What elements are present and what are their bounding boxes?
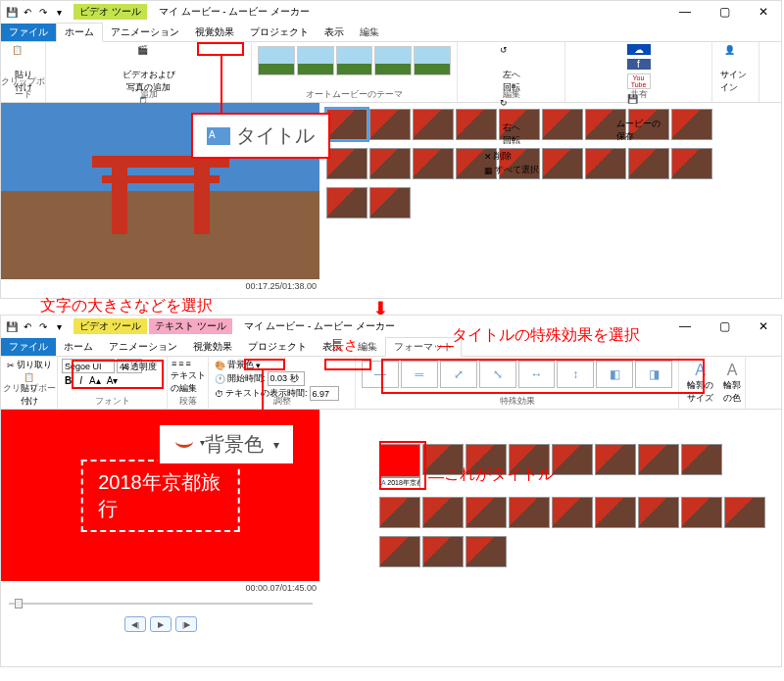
clip[interactable] [638,497,679,528]
tab-edit-context[interactable]: 編集 [352,24,387,41]
clip[interactable] [638,444,679,475]
clip[interactable] [542,109,583,140]
tab-home[interactable]: ホーム [56,338,101,356]
youtube-icon[interactable]: YouTube [627,73,651,89]
clip[interactable] [585,148,626,179]
effect-thumb[interactable]: ◧ [596,361,633,388]
title-text-box[interactable]: 2018年京都旅行 [80,460,240,532]
seek-thumb[interactable] [15,599,23,608]
tab-project[interactable]: プロジェクト [240,338,315,356]
qat-dropdown-icon[interactable]: ▾ [52,319,66,333]
seek-slider[interactable] [9,599,313,608]
cut-button[interactable]: ✂切り取り [5,359,53,371]
tab-file[interactable]: ファイル [1,24,56,41]
clip[interactable] [552,444,593,475]
clip[interactable] [552,497,593,528]
close-button[interactable]: ✕ [750,319,777,333]
outline-color-button[interactable]: A輪郭 の色 [719,361,745,406]
transparency-button[interactable]: A透明度 [121,361,163,373]
effect-thumb[interactable]: ⤢ [440,361,477,388]
theme-thumb[interactable] [258,46,295,75]
maximize-button[interactable]: ▢ [710,319,738,333]
rotate-right-button[interactable]: ↻右へ 回転 [496,97,527,148]
bold-button[interactable]: B [62,375,74,386]
clip[interactable] [681,497,722,528]
clip[interactable] [326,148,368,179]
theme-thumb[interactable] [414,46,451,75]
close-button[interactable]: ✕ [750,5,777,19]
timeline[interactable]: A 2018年京都... [320,410,781,581]
align-center-button[interactable]: ≡ [178,359,183,368]
qat-dropdown-icon[interactable]: ▾ [52,5,66,19]
italic-button[interactable]: I [76,375,85,386]
maximize-button[interactable]: ▢ [710,5,738,19]
effect-thumb[interactable]: ⤡ [479,361,516,388]
tab-visual[interactable]: 視覚効果 [187,24,242,41]
clip[interactable] [456,109,497,140]
clip[interactable] [369,109,411,140]
qat-save-icon[interactable]: 💾 [5,319,19,333]
tab-view[interactable]: 表示 [317,24,352,41]
clip[interactable] [595,444,636,475]
select-all-button[interactable]: ▦すべて選択 [482,164,541,176]
qat-undo-icon[interactable]: ↶ [21,319,34,333]
align-left-button[interactable]: ≡ [172,359,176,368]
clip[interactable] [379,536,420,567]
tab-home[interactable]: ホーム [56,23,103,42]
clip[interactable] [542,148,583,179]
clip[interactable] [671,109,712,140]
qat-save-icon[interactable]: 💾 [5,5,19,19]
clip[interactable] [379,497,420,528]
tab-animation[interactable]: アニメーション [101,338,185,356]
context-tab-video-tools[interactable]: ビデオ ツール [74,318,147,334]
bgcolor-button[interactable]: 🎨背景色▾ [213,359,351,371]
clip[interactable] [422,536,464,567]
context-tab-video-tools[interactable]: ビデオ ツール [74,4,147,20]
tab-animation[interactable]: アニメーション [103,24,187,41]
next-frame-button[interactable]: |▶ [175,616,197,632]
start-time-input[interactable] [268,371,305,386]
clip[interactable] [509,497,550,528]
clip[interactable] [422,497,464,528]
clip[interactable] [671,148,712,179]
prev-frame-button[interactable]: ◀| [124,616,146,632]
align-right-button[interactable]: ≡ [186,359,191,368]
text-edit-button[interactable]: テキスト の編集 [172,368,204,396]
clip[interactable] [724,497,765,528]
effect-thumb[interactable]: ◨ [635,361,672,388]
tab-project[interactable]: プロジェクト [242,24,317,41]
delete-button[interactable]: ✕削除 [482,150,541,163]
qat-redo-icon[interactable]: ↷ [36,319,50,333]
play-button[interactable]: ▶ [150,616,172,632]
minimize-button[interactable]: — [671,5,699,19]
clip[interactable] [628,148,669,179]
facebook-icon[interactable]: f [627,59,651,70]
title-clip[interactable] [379,444,420,477]
qat-undo-icon[interactable]: ↶ [21,5,34,19]
clip[interactable] [466,497,507,528]
font-family-select[interactable] [62,359,115,373]
clip[interactable] [326,109,368,140]
font-grow-button[interactable]: A▴ [87,375,103,386]
minimize-button[interactable]: — [671,319,699,333]
clip[interactable] [326,187,368,219]
font-shrink-button[interactable]: A▾ [105,375,121,386]
qat-redo-icon[interactable]: ↷ [36,5,50,19]
context-tab-text-tools[interactable]: テキスト ツール [149,318,232,334]
clip[interactable] [466,536,507,567]
effect-thumb[interactable]: ↔ [518,361,556,388]
tab-visual[interactable]: 視覚効果 [185,338,240,356]
onedrive-icon[interactable]: ☁ [627,44,651,55]
clip[interactable] [413,148,454,179]
effect-thumb[interactable]: — [362,361,399,388]
effect-thumb[interactable]: ═ [401,361,438,388]
clip[interactable] [369,187,411,219]
tab-file[interactable]: ファイル [1,338,56,356]
clip[interactable] [681,444,722,475]
theme-thumb[interactable] [374,46,412,75]
effect-thumb[interactable]: ↕ [557,361,594,388]
clip[interactable] [413,109,454,140]
theme-thumb[interactable] [297,46,334,75]
clip[interactable] [369,148,411,179]
signin-button[interactable]: 👤サインイン [716,44,755,95]
